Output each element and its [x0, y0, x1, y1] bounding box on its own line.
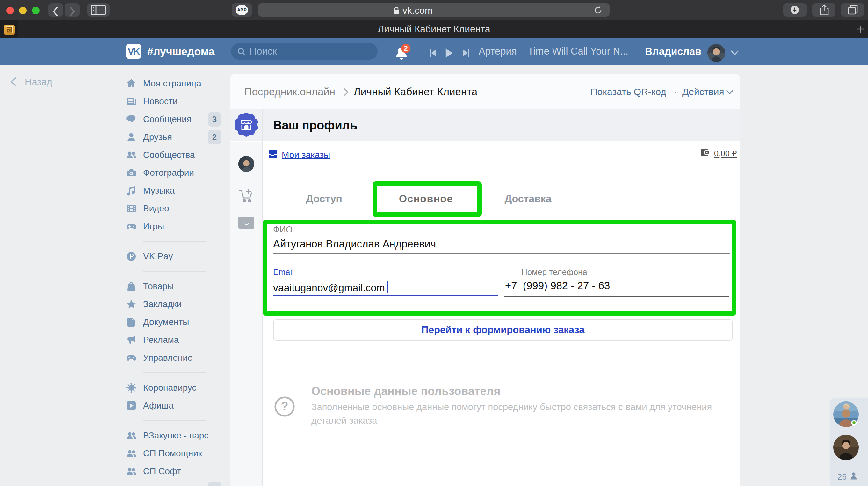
svg-text:?: ? [281, 400, 288, 413]
